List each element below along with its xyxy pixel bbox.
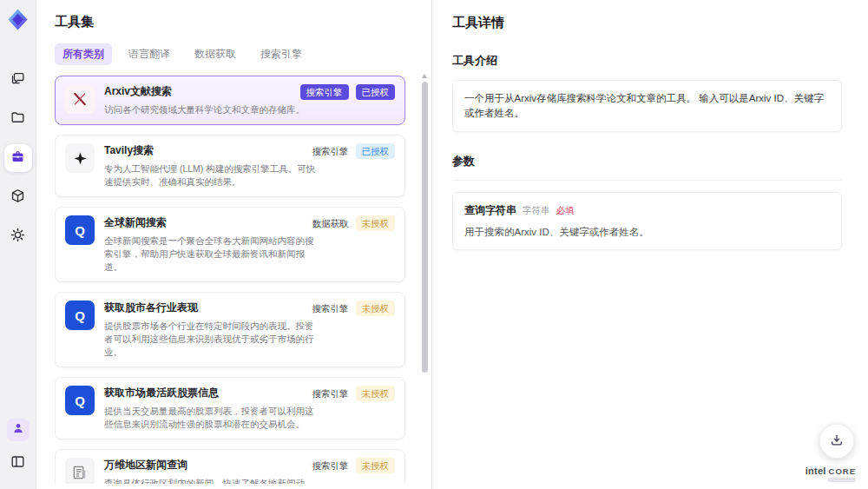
scrollbar-up-arrow-icon[interactable] <box>422 74 427 78</box>
tool-card[interactable]: Q 获取股市各行业表现 搜索引擎 未授权 提供股票市场各个行业在特定时间段内的表… <box>55 292 405 367</box>
tool-auth-badge: 未授权 <box>356 386 396 401</box>
tool-description: 查询具体行政区划内的新闻，快速了解各地新闻动 <box>104 477 321 484</box>
tool-auth-badge: 未授权 <box>356 458 396 473</box>
tool-category-tag: 数据获取 <box>312 215 349 231</box>
tool-category-tag: 搜索引擎 <box>312 143 349 159</box>
intel-core-logo: intel CORE <box>806 466 856 482</box>
tool-card[interactable]: Q 全球新闻搜索 数据获取 未授权 全球新闻搜索是一个聚合全球各大新闻网站内容的… <box>55 207 405 282</box>
tool-name: 全球新闻搜索 <box>104 215 167 230</box>
user-icon <box>11 421 25 439</box>
sidebar-collapse-button[interactable] <box>4 449 32 477</box>
brand-core-text: CORE <box>829 466 856 476</box>
param-type: 字符串 <box>523 205 550 217</box>
cube-icon <box>10 188 26 208</box>
tool-detail-panel: 工具详情 工具介绍 一个用于从Arxiv存储库搜索科学论文和文章的工具。 输入可… <box>433 0 868 489</box>
tool-auth-badge: 已授权 <box>356 84 396 100</box>
tool-name: Arxiv文献搜索 <box>104 84 172 99</box>
tool-name: Tavily搜索 <box>104 143 154 158</box>
regional-news-icon <box>65 458 95 484</box>
detail-title: 工具详情 <box>452 15 842 31</box>
stock-sector-icon: Q <box>65 301 95 330</box>
category-tab[interactable]: 所有类别 <box>55 43 112 65</box>
tool-name: 获取市场最活跃股票信息 <box>104 386 219 400</box>
tool-auth-badge: 未授权 <box>356 301 396 316</box>
active-stocks-icon: Q <box>65 386 95 415</box>
download-icon <box>829 433 845 451</box>
sidebar-item-files[interactable] <box>4 105 32 133</box>
category-tab[interactable]: 搜索引擎 <box>253 43 310 65</box>
tool-auth-badge: 未授权 <box>356 215 396 231</box>
tool-category-tag: 搜索引擎 <box>312 301 349 316</box>
intro-heading: 工具介绍 <box>452 53 842 69</box>
toolbox-icon <box>10 149 26 169</box>
chat-icon <box>10 70 26 90</box>
param-required-label: 必填 <box>556 205 575 217</box>
brand-subtext-smudge <box>828 478 856 482</box>
download-button[interactable] <box>819 424 854 459</box>
tool-card[interactable]: Tavily搜索 搜索引擎 已授权 专为人工智能代理 (LLM) 构建的搜索引擎… <box>55 135 405 197</box>
sidebar-bottom <box>4 419 32 477</box>
scrollbar-thumb[interactable] <box>422 82 428 373</box>
params-heading: 参数 <box>452 154 842 181</box>
tool-category-tag: 搜索引擎 <box>300 84 349 100</box>
app-logo-icon <box>6 8 30 31</box>
tool-list-panel: 工具集 所有类别语言翻译数据获取搜索引擎 Arxiv文献搜索 搜索引擎 已授权 … <box>36 0 432 489</box>
sidebar-item-chat[interactable] <box>4 66 32 94</box>
tool-name: 万维地区新闻查询 <box>104 458 187 472</box>
brand-intel-text: intel <box>806 466 826 476</box>
app-window: 工具集 所有类别语言翻译数据获取搜索引擎 Arxiv文献搜索 搜索引擎 已授权 … <box>0 0 868 489</box>
category-tab[interactable]: 数据获取 <box>187 43 244 65</box>
param-list: 查询字符串 字符串 必填 用于搜索的Arxiv ID、关键字或作者姓名。 <box>452 192 842 250</box>
intro-text: 一个用于从Arxiv存储库搜索科学论文和文章的工具。 输入可以是Arxiv ID… <box>464 91 830 121</box>
tool-description: 访问各个研究领域大量科学论文和文章的存储库。 <box>104 103 321 116</box>
category-tabs: 所有类别语言翻译数据获取搜索引擎 <box>55 43 416 65</box>
global-news-search-icon: Q <box>65 215 95 245</box>
tavily-icon <box>65 143 95 173</box>
tool-list: Arxiv文献搜索 搜索引擎 已授权 访问各个研究领域大量科学论文和文章的存储库… <box>55 76 416 484</box>
sidebar-item-plugins[interactable] <box>4 183 32 211</box>
user-avatar[interactable] <box>7 419 30 441</box>
tool-card[interactable]: Arxiv文献搜索 搜索引擎 已授权 访问各个研究领域大量科学论文和文章的存储库… <box>55 76 405 125</box>
sidebar <box>0 0 36 489</box>
intro-box: 一个用于从Arxiv存储库搜索科学论文和文章的工具。 输入可以是Arxiv ID… <box>452 80 842 132</box>
settings-icon <box>10 227 26 247</box>
tool-card[interactable]: Q 获取市场最活跃股票信息 搜索引擎 未授权 提供当天交易量最高的股票列表，投资… <box>55 377 405 439</box>
arxiv-icon <box>65 84 95 114</box>
tool-description: 提供股票市场各个行业在特定时间段内的表现。投资者可以利用这些信息来识别表现优于或… <box>104 320 321 359</box>
tool-description: 专为人工智能代理 (LLM) 构建的搜索引擎工具。可快速提供实时、准确和真实的结… <box>104 162 321 188</box>
list-scrollbar <box>421 74 428 486</box>
page-title: 工具集 <box>55 14 416 30</box>
param-description: 用于搜索的Arxiv ID、关键字或作者姓名。 <box>464 226 830 239</box>
sidebar-item-tools[interactable] <box>4 144 32 172</box>
param-card: 查询字符串 字符串 必填 用于搜索的Arxiv ID、关键字或作者姓名。 <box>452 192 842 250</box>
param-name: 查询字符串 <box>464 203 516 218</box>
panel-toggle-icon <box>10 453 26 473</box>
tool-category-tag: 搜索引擎 <box>312 458 349 473</box>
sidebar-nav <box>4 66 32 250</box>
tool-name: 获取股市各行业表现 <box>104 301 198 315</box>
tool-description: 提供当天交易量最高的股票列表，投资者可以利用这些信息来识别流动性强的股票和潜在的… <box>104 405 321 431</box>
tool-description: 全球新闻搜索是一个聚合全球各大新闻网站内容的搜索引擎，帮助用户快速获取全球最新资… <box>104 235 321 274</box>
tool-auth-badge: 已授权 <box>356 143 396 159</box>
sidebar-item-settings[interactable] <box>4 222 32 250</box>
folder-icon <box>10 109 26 129</box>
tool-card[interactable]: 万维地区新闻查询 搜索引擎 未授权 查询具体行政区划内的新闻，快速了解各地新闻动 <box>55 449 405 484</box>
tool-category-tag: 搜索引擎 <box>312 386 349 401</box>
category-tab[interactable]: 语言翻译 <box>121 43 178 65</box>
